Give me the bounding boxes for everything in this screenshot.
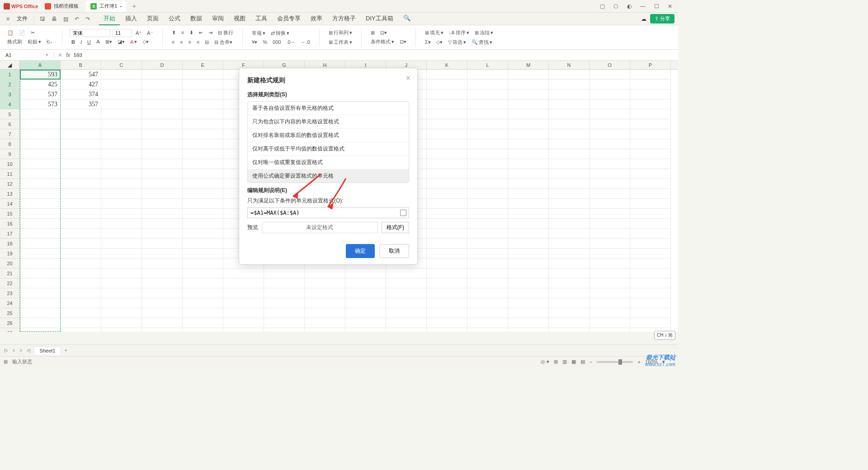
cell[interactable] <box>101 199 142 209</box>
cell[interactable] <box>427 318 467 328</box>
align-bot-icon[interactable]: ⬇ <box>188 29 195 37</box>
cell[interactable] <box>101 249 142 258</box>
cell[interactable] <box>101 149 142 159</box>
rowcol-button[interactable]: ⊞ 行和列▾ <box>327 28 354 37</box>
cell[interactable] <box>549 278 590 288</box>
cell[interactable] <box>508 179 549 189</box>
cell[interactable] <box>549 328 590 332</box>
cell[interactable] <box>467 239 508 249</box>
cell[interactable] <box>590 268 630 278</box>
sheet-nav-last[interactable]: >| <box>25 348 32 353</box>
cell[interactable] <box>508 149 549 159</box>
row-header[interactable]: 5 <box>0 109 20 119</box>
cell[interactable] <box>305 288 345 298</box>
cell[interactable] <box>549 119 590 129</box>
cell[interactable] <box>549 169 590 179</box>
cell[interactable] <box>549 80 590 89</box>
print-icon[interactable]: 🖶 <box>49 14 60 24</box>
cell[interactable] <box>183 149 223 159</box>
zoom-out-icon[interactable]: − <box>590 359 592 365</box>
cell[interactable]: 547 <box>61 70 101 80</box>
cell[interactable] <box>142 278 183 288</box>
cell[interactable] <box>630 149 671 159</box>
cancel-button[interactable]: 取消 <box>379 244 409 258</box>
zoom-in-icon[interactable]: + <box>637 359 640 365</box>
cell[interactable] <box>183 169 223 179</box>
cell[interactable] <box>508 80 549 89</box>
ok-button[interactable]: 确定 <box>346 244 375 258</box>
cell[interactable] <box>142 328 183 332</box>
cell[interactable] <box>467 219 508 229</box>
cell[interactable] <box>20 219 61 229</box>
cell[interactable] <box>467 89 508 99</box>
cell[interactable] <box>142 288 183 298</box>
cell[interactable] <box>20 179 61 189</box>
cut-icon[interactable]: ✂ <box>29 29 37 37</box>
cell[interactable] <box>590 258 630 268</box>
sheet-nav-first[interactable]: |< <box>3 348 9 353</box>
cell[interactable] <box>183 258 223 268</box>
inc-decimal-icon[interactable]: .0→ <box>284 38 297 46</box>
currency-icon[interactable]: ¥▾ <box>250 38 259 46</box>
search-tab-icon[interactable]: 🔍 <box>399 13 415 25</box>
menu-tab-formula[interactable]: 公式 <box>164 13 185 25</box>
cell[interactable] <box>630 169 671 179</box>
cell[interactable] <box>427 209 467 219</box>
row-header[interactable]: 20 <box>0 258 20 268</box>
cell[interactable] <box>20 189 61 199</box>
cell[interactable] <box>142 169 183 179</box>
cell[interactable] <box>630 159 671 169</box>
cell[interactable] <box>427 229 467 239</box>
cell[interactable] <box>467 308 508 318</box>
cell[interactable] <box>61 209 101 219</box>
cell[interactable] <box>630 109 671 119</box>
align-center-icon[interactable]: ≡ <box>178 38 184 46</box>
cell[interactable] <box>590 139 630 149</box>
sheet-add[interactable]: + <box>63 348 68 353</box>
cell[interactable] <box>20 239 61 249</box>
cell[interactable] <box>630 278 671 288</box>
cell[interactable] <box>264 298 305 308</box>
cell[interactable] <box>508 268 549 278</box>
cell[interactable] <box>61 268 101 278</box>
col-header-B[interactable]: B <box>61 61 101 69</box>
cell[interactable] <box>20 258 61 268</box>
menu-tab-insert[interactable]: 插入 <box>121 13 142 25</box>
cell[interactable] <box>508 219 549 229</box>
align-mid-icon[interactable]: ≡ <box>179 29 186 36</box>
cell[interactable] <box>590 119 630 129</box>
close-icon[interactable]: ✕ <box>666 3 674 10</box>
cell[interactable] <box>630 209 671 219</box>
cell[interactable] <box>142 139 183 149</box>
cell[interactable] <box>386 328 427 332</box>
cell[interactable] <box>590 219 630 229</box>
col-header-N[interactable]: N <box>549 61 590 69</box>
sheet-nav-prev[interactable]: < <box>11 348 16 353</box>
cell[interactable] <box>101 70 142 80</box>
cell[interactable] <box>427 139 467 149</box>
cell[interactable] <box>508 199 549 209</box>
cell[interactable] <box>264 278 305 288</box>
cell[interactable] <box>183 119 223 129</box>
cell[interactable] <box>61 179 101 189</box>
cell[interactable] <box>142 229 183 239</box>
row-header[interactable]: 7 <box>0 129 20 139</box>
cell[interactable] <box>183 199 223 209</box>
cell[interactable] <box>590 328 630 332</box>
cell[interactable] <box>630 219 671 229</box>
cell[interactable] <box>427 129 467 139</box>
sum-icon[interactable]: Σ▾ <box>423 38 433 46</box>
wrap-text-button[interactable]: ⊟ 换行 <box>216 28 235 37</box>
cell[interactable] <box>467 189 508 199</box>
cell[interactable] <box>467 209 508 219</box>
cell[interactable] <box>183 109 223 119</box>
freeze-button[interactable]: ⊞ 冻结▾ <box>473 28 495 37</box>
redo-icon[interactable]: ↷ <box>83 14 93 24</box>
cell[interactable] <box>20 278 61 288</box>
cell[interactable] <box>61 308 101 318</box>
cell[interactable] <box>345 298 386 308</box>
cell[interactable] <box>630 318 671 328</box>
paste-button[interactable]: 粘贴 ▾ <box>26 38 43 46</box>
cell[interactable] <box>467 298 508 308</box>
range-picker-icon[interactable] <box>400 210 406 216</box>
